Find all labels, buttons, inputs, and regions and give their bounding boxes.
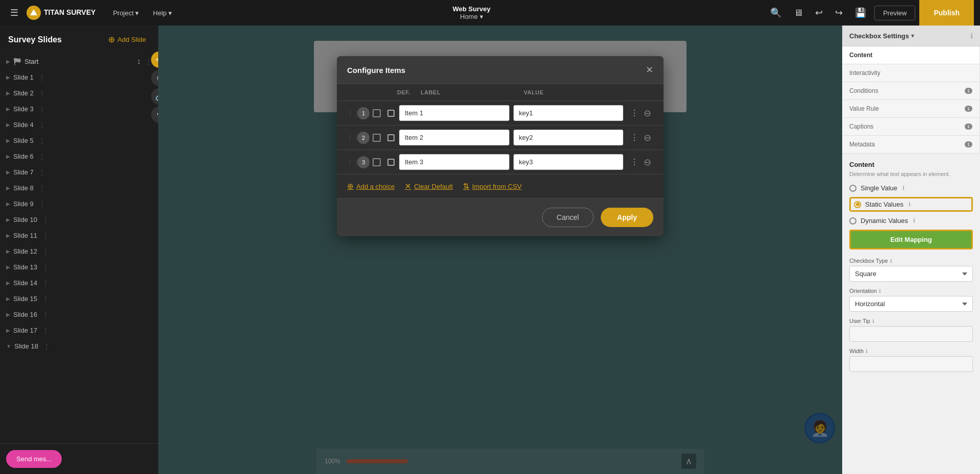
display-icon[interactable]: 🖥 <box>790 6 807 20</box>
item-remove-button-3[interactable]: ⊖ <box>642 157 653 168</box>
add-choice-button[interactable]: ⊕ Add a choice <box>347 182 395 191</box>
drag-handle-2[interactable]: ⋮⋮ <box>347 134 357 141</box>
preview-button[interactable]: Preview <box>874 6 915 20</box>
slide6-dots-menu[interactable]: ⋮ <box>39 153 45 160</box>
item-more-menu-1[interactable]: ⋮ <box>627 108 642 118</box>
slide15-dots-menu[interactable]: ⋮ <box>42 295 49 303</box>
add-slide-button[interactable]: ⊕ Add Slide <box>104 33 150 46</box>
orientation-select[interactable]: Horizontal Vertical <box>849 296 973 312</box>
item-value-input-2[interactable] <box>513 130 624 145</box>
sidebar-item-slide11[interactable]: ▶ Slide 11 ⋮ <box>0 228 158 243</box>
checkbox-settings-dropdown[interactable]: Checkbox Settings ▾ <box>849 32 914 40</box>
drag-handle-1[interactable]: ⋮⋮ <box>347 110 357 117</box>
item-checkbox-1[interactable] <box>373 109 381 117</box>
radio-single-value[interactable]: Single Value ℹ <box>849 184 973 192</box>
sidebar-item-start[interactable]: ▶ 🏁 Start 1 ⋮ <box>0 54 158 69</box>
slide18-dots-menu[interactable]: ⋮ <box>43 342 50 350</box>
hamburger-icon[interactable]: ☰ <box>6 5 22 20</box>
tab-value-rule[interactable]: Value Rule 1 <box>842 100 979 118</box>
slide9-dots-menu[interactable]: ⋮ <box>39 200 45 208</box>
item-label-input-2[interactable] <box>399 130 509 145</box>
tool-link-button[interactable]: 🔗 <box>151 88 158 105</box>
slide1-dots-menu[interactable]: ⋮ <box>39 73 45 81</box>
tab-conditions[interactable]: Conditions 1 <box>842 82 979 100</box>
radio-static-values[interactable]: Static Values ℹ <box>849 197 973 212</box>
checkbox-type-select[interactable]: Square Circle Star <box>849 266 973 282</box>
sidebar-item-slide6[interactable]: ▶ Slide 6 ⋮ <box>0 148 158 164</box>
sidebar-item-slide13[interactable]: ▶ Slide 13 ⋮ <box>0 259 158 275</box>
item-value-input-3[interactable] <box>513 154 624 170</box>
sidebar-item-slide10[interactable]: ▶ Slide 10 ⋮ <box>0 212 158 228</box>
item-default-check-1[interactable] <box>387 110 395 117</box>
sidebar-item-slide1[interactable]: ▶ Slide 1 ⋮ <box>0 69 158 85</box>
user-tip-input[interactable] <box>849 326 973 342</box>
publish-button[interactable]: Publish <box>919 0 974 26</box>
slide13-dots-menu[interactable]: ⋮ <box>42 263 49 271</box>
tab-metadata[interactable]: Metadata 1 <box>842 136 979 154</box>
item-remove-button-2[interactable]: ⊖ <box>642 132 653 143</box>
send-message-button[interactable]: Send mes... <box>6 450 62 468</box>
radio-dynamic-values[interactable]: Dynamic Values ℹ <box>849 217 973 224</box>
modal-close-button[interactable]: ✕ <box>646 64 653 76</box>
slide17-dots-menu[interactable]: ⋮ <box>42 327 49 334</box>
tab-captions[interactable]: Captions 1 <box>842 118 979 136</box>
slide5-dots-menu[interactable]: ⋮ <box>39 137 45 144</box>
slide8-dots-menu[interactable]: ⋮ <box>39 184 45 192</box>
search-icon[interactable]: 🔍 <box>766 5 786 20</box>
item-remove-button-1[interactable]: ⊖ <box>642 108 653 119</box>
radio-static-values-input[interactable] <box>854 201 861 208</box>
slide3-dots-menu[interactable]: ⋮ <box>39 105 45 113</box>
item-value-input-1[interactable] <box>513 105 624 121</box>
edit-mapping-button[interactable]: Edit Mapping <box>849 230 973 250</box>
sidebar-item-slide12[interactable]: ▶ Slide 12 ⋮ <box>0 243 158 259</box>
sidebar-item-slide8[interactable]: ▶ Slide 8 ⋮ <box>0 180 158 196</box>
item-label-input-1[interactable] <box>399 105 509 121</box>
slide2-dots-menu[interactable]: ⋮ <box>39 89 45 97</box>
slide10-dots-menu[interactable]: ⋮ <box>42 216 49 223</box>
sidebar-item-slide5[interactable]: ▶ Slide 5 ⋮ <box>0 133 158 148</box>
sidebar-item-slide9[interactable]: ▶ Slide 9 ⋮ <box>0 196 158 212</box>
panel-info-icon[interactable]: ℹ <box>970 32 973 40</box>
sidebar-item-slide7[interactable]: ▶ Slide 7 ⋮ <box>0 164 158 180</box>
item-label-input-3[interactable] <box>399 154 509 170</box>
sidebar-item-slide3[interactable]: ▶ Slide 3 ⋮ <box>0 101 158 117</box>
sidebar-item-slide14[interactable]: ▶ Slide 14 ⋮ <box>0 275 158 291</box>
import-csv-button[interactable]: ⇅ Import from CSV <box>463 182 522 191</box>
modal-overlay[interactable]: Configure Items ✕ DEF. LABEL VALUE <box>158 26 842 474</box>
slide7-dots-menu[interactable]: ⋮ <box>39 168 45 176</box>
redo-icon[interactable]: ↪ <box>831 5 847 20</box>
tab-content[interactable]: Content <box>842 46 979 64</box>
tool-cursor-button[interactable]: ↖ <box>151 107 158 123</box>
sidebar-item-slide2[interactable]: ▶ Slide 2 ⋮ <box>0 85 158 101</box>
sidebar-item-slide16[interactable]: ▶ Slide 16 ⋮ <box>0 307 158 322</box>
item-checkbox-3[interactable] <box>373 158 381 166</box>
tab-interactivity[interactable]: Interactivity <box>842 64 979 82</box>
sidebar-item-slide4[interactable]: ▶ Slide 4 ⋮ <box>0 117 158 133</box>
slide16-dots-menu[interactable]: ⋮ <box>42 311 49 318</box>
item-checkbox-2[interactable] <box>373 134 381 142</box>
width-input[interactable] <box>849 356 973 372</box>
sidebar-item-slide18[interactable]: ▼ Slide 18 ⋮ <box>0 338 158 354</box>
slide14-dots-menu[interactable]: ⋮ <box>42 279 49 287</box>
nav-project[interactable]: Project ▾ <box>108 7 143 19</box>
item-more-menu-3[interactable]: ⋮ <box>627 157 642 167</box>
item-default-check-2[interactable] <box>387 134 395 141</box>
tool-gear-button[interactable]: ⚙ <box>151 70 158 86</box>
slide12-dots-menu[interactable]: ⋮ <box>42 247 49 255</box>
sidebar-item-slide15[interactable]: ▶ Slide 15 ⋮ <box>0 291 158 307</box>
radio-dynamic-values-input[interactable] <box>849 217 856 224</box>
save-icon[interactable]: 💾 <box>851 5 870 20</box>
slide11-dots-menu[interactable]: ⋮ <box>42 232 49 239</box>
apply-button[interactable]: Apply <box>601 208 653 227</box>
drag-handle-3[interactable]: ⋮⋮ <box>347 159 357 166</box>
clear-default-button[interactable]: ✕ Clear Default <box>405 182 453 191</box>
nav-help[interactable]: Help ▾ <box>148 7 177 19</box>
undo-icon[interactable]: ↩ <box>811 5 827 20</box>
sidebar-item-slide17[interactable]: ▶ Slide 17 ⋮ <box>0 322 158 338</box>
cancel-button[interactable]: Cancel <box>542 208 594 227</box>
item-default-check-3[interactable] <box>387 159 395 166</box>
slide4-dots-menu[interactable]: ⋮ <box>39 121 45 129</box>
radio-single-value-input[interactable] <box>849 185 856 192</box>
tool-pencil-button[interactable]: ✏ <box>151 52 158 68</box>
item-more-menu-2[interactable]: ⋮ <box>627 133 642 142</box>
